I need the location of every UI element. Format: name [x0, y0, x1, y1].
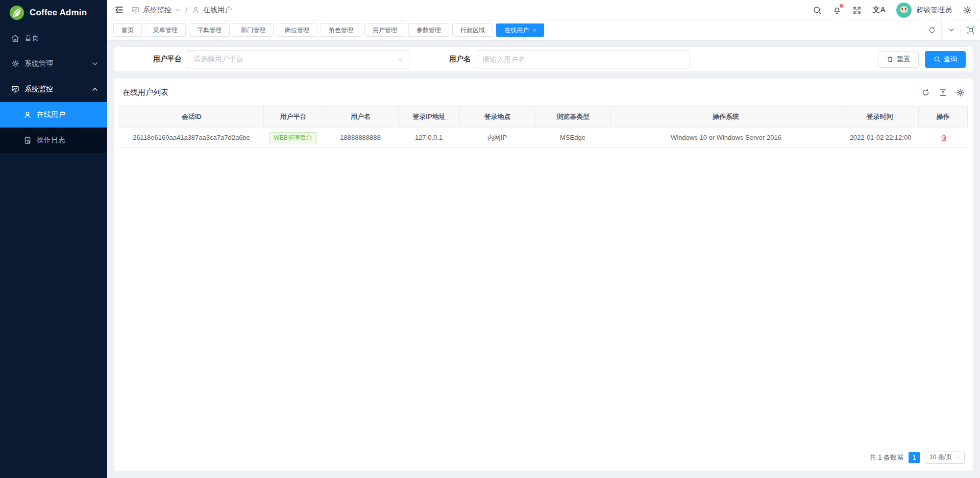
column-settings-gear-icon[interactable] [956, 88, 965, 97]
notifications-bell-icon[interactable] [832, 6, 842, 15]
tab-label: 菜单管理 [153, 24, 178, 36]
table-header-row: 会话ID用户平台用户名登录IP地址登录地点浏览器类型操作系统登录时间操作 [119, 106, 968, 128]
tab-8[interactable]: 参数管理 [408, 23, 449, 37]
user-icon [23, 111, 32, 119]
query-button[interactable]: 查询 [925, 51, 966, 68]
trash-icon [887, 56, 894, 63]
username-label: 超级管理员 [916, 6, 952, 15]
tab-1[interactable]: 首页 [113, 23, 142, 37]
sidebar-item-operation-log[interactable]: 操作日志 [0, 128, 107, 153]
tab-6[interactable]: 角色管理 [321, 23, 361, 37]
column-header: 登录时间 [841, 107, 919, 127]
logo[interactable]: Coffee Admin [0, 0, 107, 26]
sidebar-item-label: 首页 [24, 34, 99, 43]
tab-3[interactable]: 字典管理 [189, 23, 230, 37]
card-header: 在线用户列表 [119, 79, 968, 106]
tab-5[interactable]: 岗位管理 [277, 23, 317, 37]
delete-user-button[interactable] [940, 134, 948, 142]
cell-platform: WEB管理后台 [263, 128, 323, 148]
pagination-total: 共 1 条数据 [870, 453, 903, 462]
sidebar-item-label: 系统监控 [24, 85, 86, 94]
translate-icon[interactable]: 文A [872, 5, 886, 15]
card-title: 在线用户列表 [122, 88, 168, 97]
sidebar-item-online-users[interactable]: 在线用户 [0, 102, 107, 128]
tab-9[interactable]: 行政区域 [452, 23, 493, 37]
tab-7[interactable]: 用户管理 [364, 23, 405, 37]
chevron-down-icon [955, 455, 961, 461]
column-header: 用户名 [323, 107, 399, 127]
collapse-sidebar-icon[interactable] [114, 5, 124, 15]
cell-location: 内网IP [459, 128, 535, 148]
tab-10[interactable]: 在线用户× [496, 23, 544, 37]
settings-gear-icon[interactable] [963, 6, 972, 15]
home-icon [11, 34, 19, 42]
sidebar-item-system-management[interactable]: 系统管理 [0, 51, 107, 77]
search-icon[interactable] [813, 6, 822, 15]
search-icon [934, 56, 941, 63]
sidebar-item-system-monitor[interactable]: 系统监控 [0, 77, 107, 102]
table-row: 26118e6169aa41a387aa3ca7a7d2a6beWEB管理后台1… [119, 128, 968, 148]
tab-label: 用户管理 [373, 24, 397, 36]
sidebar-item-home[interactable]: 首页 [0, 26, 107, 51]
breadcrumb-current: 在线用户 [203, 6, 232, 15]
platform-select-placeholder: 请选择用户平台 [193, 55, 243, 64]
monitor-icon [11, 85, 19, 93]
tab-label: 行政区域 [460, 24, 485, 36]
online-users-table: 会话ID用户平台用户名登录IP地址登录地点浏览器类型操作系统登录时间操作 261… [119, 106, 968, 148]
close-tab-icon[interactable]: × [533, 28, 536, 33]
header-actions: 文A 超级管理员 [813, 3, 972, 18]
leaf-logo-icon [9, 5, 24, 20]
trash-icon [940, 134, 948, 142]
app-title: Coffee Admin [30, 8, 87, 18]
tab-label: 参数管理 [416, 24, 441, 36]
avatar [896, 3, 912, 18]
pagination: 共 1 条数据 1 10 条/页 [119, 446, 968, 467]
notification-badge [840, 4, 843, 8]
online-users-card: 在线用户列表 会话ID用户平台用户名登录IP地址登录 [114, 79, 973, 471]
page-size-value: 10 条/页 [929, 453, 952, 462]
username-label: 用户名 [449, 55, 471, 64]
cell-action [919, 128, 968, 148]
sidebar: Coffee Admin 首页 系统管理 系统监控 在线用户 [0, 0, 107, 478]
row-height-icon[interactable] [939, 88, 947, 97]
breadcrumb-parent[interactable]: 系统监控 [143, 6, 172, 15]
cell-session_id: 26118e6169aa41a387aa3ca7a7d2a6be [119, 128, 263, 148]
user-menu[interactable]: 超级管理员 [896, 3, 952, 18]
log-icon [23, 136, 32, 144]
username-input[interactable] [476, 50, 690, 68]
table-body: 26118e6169aa41a387aa3ca7a7d2a6beWEB管理后台1… [119, 128, 968, 148]
page-1-button[interactable]: 1 [909, 452, 920, 463]
caret-down-icon[interactable] [175, 7, 181, 13]
tab-label: 部门管理 [241, 24, 265, 36]
tab-options-chevron-icon[interactable] [941, 20, 961, 40]
platform-select[interactable]: 请选择用户平台 [187, 50, 409, 68]
monitor-icon [131, 6, 139, 14]
column-header: 登录IP地址 [399, 107, 460, 127]
app-root: Coffee Admin 首页 系统管理 系统监控 在线用户 [0, 0, 980, 478]
reset-button-label: 重置 [897, 55, 910, 64]
cell-username: 18888888888 [323, 128, 398, 148]
tab-label: 角色管理 [329, 24, 353, 36]
gear-icon [11, 60, 19, 68]
tab-4[interactable]: 部门管理 [233, 23, 274, 37]
tab-2[interactable]: 菜单管理 [145, 23, 186, 37]
platform-label: 用户平台 [144, 55, 182, 64]
fullscreen-icon[interactable] [852, 6, 862, 15]
column-header: 会话ID [120, 107, 264, 127]
refresh-tab-icon[interactable] [922, 20, 941, 40]
tab-bar-tools [922, 20, 980, 40]
content: 用户平台 请选择用户平台 用户名 重置 查询 [107, 40, 980, 478]
breadcrumb-separator: / [185, 6, 187, 14]
sidebar-menu: 首页 系统管理 系统监控 在线用户 操作日志 [0, 26, 107, 478]
cell-ip: 127.0.0.1 [398, 128, 459, 148]
page-size-select[interactable]: 10 条/页 [925, 451, 965, 464]
column-header: 登录地点 [460, 107, 535, 127]
refresh-table-icon[interactable] [921, 88, 930, 97]
sidebar-item-label: 在线用户 [37, 110, 99, 119]
top-header: 系统监控 / 在线用户 文A [107, 0, 980, 20]
column-header: 用户平台 [264, 107, 323, 127]
tab-bar-tabs: 首页菜单管理字典管理部门管理岗位管理角色管理用户管理参数管理行政区域在线用户× [107, 23, 922, 37]
reset-button[interactable]: 重置 [878, 51, 919, 68]
tab-label: 字典管理 [197, 24, 222, 36]
maximize-content-icon[interactable] [961, 20, 980, 40]
